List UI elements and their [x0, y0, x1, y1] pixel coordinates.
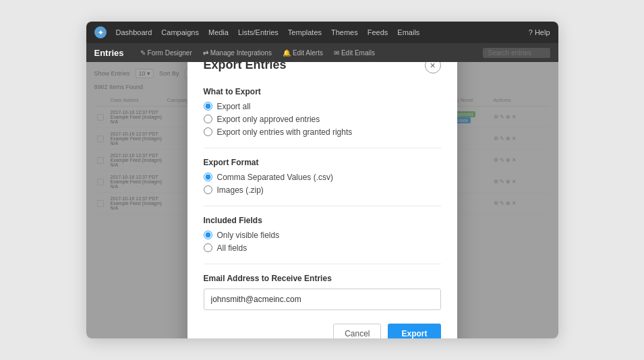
export-rights-option[interactable]: Export only entries with granted rights — [204, 127, 441, 137]
fields-all-radio[interactable] — [204, 243, 212, 252]
export-all-option[interactable]: Export all — [204, 102, 441, 111]
export-rights-radio[interactable] — [204, 127, 212, 136]
nav-item-feeds[interactable]: Feeds — [368, 28, 388, 36]
export-all-radio[interactable] — [204, 102, 212, 111]
email-icon: ✉ — [334, 49, 339, 57]
bell-icon: 🔔 — [283, 49, 291, 57]
divider-3 — [204, 264, 441, 264]
what-to-export-title: What to Export — [204, 87, 441, 96]
page-title: Entries — [94, 48, 124, 58]
help-label: Help — [535, 28, 550, 36]
export-modal: Export Entries × What to Export Export a… — [187, 62, 457, 338]
export-all-label: Export all — [217, 102, 251, 111]
nav-item-campaigns[interactable]: Campaigns — [161, 28, 199, 36]
form-designer-link[interactable]: ✎ Form Designer — [140, 49, 192, 57]
modal-overlay: Export Entries × What to Export Export a… — [86, 62, 558, 338]
edit-alerts-link[interactable]: 🔔 Edit Alerts — [283, 49, 323, 57]
included-fields-title: Included Fields — [204, 216, 441, 225]
fields-all-label: All fields — [217, 243, 247, 253]
modal-footer: Cancel Export — [204, 324, 441, 339]
browser-window: ✦ Dashboard Campaigns Media Lists/Entrie… — [86, 22, 558, 338]
format-csv-option[interactable]: Comma Separated Values (.csv) — [204, 173, 441, 182]
format-zip-label: Images (.zip) — [217, 185, 264, 195]
help-icon: ? — [529, 28, 533, 36]
export-rights-label: Export only entries with granted rights — [217, 127, 353, 137]
edit-emails-link[interactable]: ✉ Edit Emails — [334, 49, 375, 57]
format-csv-radio[interactable] — [204, 173, 212, 181]
sub-nav: Entries ✎ Form Designer ⇄ Manage Integra… — [86, 43, 558, 62]
main-area: Show Entries 10 ▾ Sort By Date Added ▾ 1… — [86, 62, 558, 338]
export-format-section: Export Format Comma Separated Values (.c… — [204, 158, 441, 195]
format-csv-label: Comma Separated Values (.csv) — [217, 173, 334, 182]
search-input[interactable] — [483, 48, 550, 58]
export-approved-option[interactable]: Export only approved entries — [204, 115, 441, 124]
top-nav: ✦ Dashboard Campaigns Media Lists/Entrie… — [86, 22, 558, 43]
export-approved-label: Export only approved entries — [217, 115, 320, 124]
integrations-icon: ⇄ — [203, 49, 208, 57]
format-zip-radio[interactable] — [204, 185, 212, 194]
modal-close-button[interactable]: × — [425, 62, 441, 73]
nav-item-templates[interactable]: Templates — [288, 28, 322, 36]
nav-item-themes[interactable]: Themes — [331, 28, 358, 36]
divider-2 — [204, 206, 441, 206]
what-to-export-section: What to Export Export all Export only ap… — [204, 87, 441, 137]
manage-integrations-link[interactable]: ⇄ Manage Integrations — [203, 49, 272, 57]
modal-header: Export Entries × — [204, 62, 441, 73]
format-zip-option[interactable]: Images (.zip) — [204, 185, 441, 195]
nav-item-media[interactable]: Media — [208, 28, 229, 36]
email-section: Email Address to Receive Entries — [204, 274, 441, 310]
fields-visible-label: Only visible fields — [217, 231, 280, 240]
fields-visible-radio[interactable] — [204, 231, 212, 239]
nav-item-dashboard[interactable]: Dashboard — [116, 28, 152, 36]
email-input[interactable] — [204, 289, 441, 310]
nav-help[interactable]: ? Help — [529, 28, 550, 36]
export-format-title: Export Format — [204, 158, 441, 167]
modal-title: Export Entries — [204, 62, 287, 72]
divider-1 — [204, 148, 441, 148]
nav-logo: ✦ — [94, 26, 107, 38]
export-approved-radio[interactable] — [204, 115, 212, 123]
nav-item-lists[interactable]: Lists/Entries — [238, 28, 279, 36]
fields-all-option[interactable]: All fields — [204, 243, 441, 253]
email-section-title: Email Address to Receive Entries — [204, 274, 441, 283]
nav-item-emails[interactable]: Emails — [397, 28, 419, 36]
cancel-button[interactable]: Cancel — [333, 324, 381, 339]
included-fields-section: Included Fields Only visible fields All … — [204, 216, 441, 253]
fields-visible-option[interactable]: Only visible fields — [204, 231, 441, 240]
export-button[interactable]: Export — [388, 324, 440, 339]
pencil-icon: ✎ — [140, 49, 146, 57]
